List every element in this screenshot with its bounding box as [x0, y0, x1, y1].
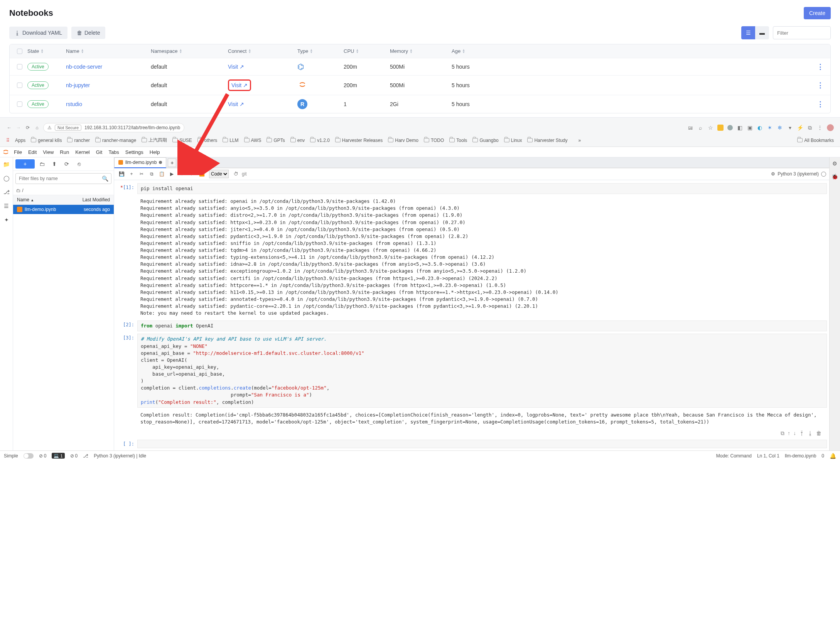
bookmark-folder[interactable]: Linux [504, 138, 522, 143]
apps-bookmark[interactable]: Apps [15, 138, 25, 143]
code-cell[interactable]: # Modify OpenAI's API key and API base t… [137, 334, 827, 407]
restart-button[interactable]: ⟳ [187, 170, 196, 178]
all-bookmarks[interactable]: All Bookmarks [797, 138, 834, 143]
stop-button[interactable]: ■ [177, 170, 186, 178]
delete-button[interactable]: 🗑 Delete [71, 27, 105, 39]
cell-type-select[interactable]: Code [209, 170, 229, 178]
errors-status[interactable]: ⊘0 [70, 453, 78, 459]
fb-col-modified[interactable]: Last Modified [83, 197, 110, 202]
bookmark-folder[interactable]: rancher-manage [95, 138, 136, 143]
simple-mode-toggle[interactable] [24, 453, 34, 459]
col-name[interactable]: Name▲▼ [66, 48, 151, 54]
menu-view[interactable]: View [40, 148, 57, 157]
ext-icon-10[interactable]: ⧉ [807, 125, 813, 131]
refresh-button[interactable]: ⟳ [62, 159, 72, 169]
cut-button[interactable]: ✂ [137, 170, 146, 178]
ext-icon-8[interactable]: ▾ [787, 125, 793, 131]
ext-icon-9[interactable]: ⚡ [797, 125, 803, 131]
star-icon[interactable]: ☆ [707, 125, 713, 131]
home-button[interactable]: ⌂ [34, 125, 40, 131]
ext-icon-6[interactable]: ✶ [767, 125, 773, 131]
notebook-name-link[interactable]: rstudio [66, 101, 82, 107]
run-button[interactable]: ▶ [167, 170, 176, 178]
notification-count[interactable]: 0 [821, 453, 824, 459]
code-cell-active[interactable] [137, 440, 827, 448]
back-button[interactable]: ← [6, 125, 12, 131]
bookmark-folder[interactable]: SUSE [172, 138, 192, 143]
menu-help[interactable]: Help [147, 148, 163, 157]
bookmark-folder[interactable]: 上汽四期 [142, 137, 167, 143]
extensions-menu[interactable]: ⋮ [817, 125, 823, 131]
col-type[interactable]: Type▲▼ [297, 48, 344, 54]
row-checkbox[interactable] [17, 83, 22, 88]
new-launcher-button[interactable]: + [15, 159, 35, 169]
move-down-icon[interactable]: ↓ [793, 430, 796, 437]
property-inspector[interactable]: ⚙ [831, 160, 839, 167]
new-tab-button[interactable]: + [168, 159, 176, 167]
breadcrumb-root[interactable]: / [22, 188, 23, 193]
delete-cell-icon[interactable]: 🗑 [816, 430, 821, 437]
col-cpu[interactable]: CPU▲▼ [344, 48, 390, 54]
row-actions-menu[interactable]: ⋮ [813, 62, 828, 71]
card-view-button[interactable]: ▬ [755, 26, 769, 39]
copy-button[interactable]: ⧉ [147, 170, 156, 178]
notebook-name-link[interactable]: nb-code-server [66, 64, 102, 70]
jupyter-logo[interactable] [2, 148, 10, 156]
col-connect[interactable]: Connect▲▼ [228, 48, 297, 54]
row-checkbox[interactable] [17, 101, 22, 107]
restart-run-all-button[interactable]: ⏩ [197, 170, 206, 178]
bookmarks-overflow[interactable]: » [579, 138, 581, 143]
running-tab[interactable]: ◯ [3, 174, 10, 182]
upload-button[interactable]: ⬆ [49, 159, 59, 169]
select-all-checkbox[interactable] [17, 49, 22, 54]
bookmark-folder[interactable]: Harvester Releases [335, 138, 383, 143]
kernel-name[interactable]: Python 3 (ipykernel) [778, 171, 819, 177]
bookmark-folder[interactable]: Harvester Study [527, 138, 567, 143]
menu-run[interactable]: Run [57, 148, 72, 157]
bookmark-folder[interactable]: GPTs [267, 138, 285, 143]
code-cell[interactable]: pip install openai [137, 183, 827, 194]
ext-icon-1[interactable] [717, 125, 724, 131]
bookmark-folder[interactable]: Tools [449, 138, 467, 143]
insert-cell-button[interactable]: + [127, 170, 136, 178]
new-folder-button[interactable]: 🗀 [37, 159, 47, 169]
file-row[interactable]: llm-demo.ipynb seconds ago [13, 205, 114, 214]
visit-link[interactable]: Visit ↗ [228, 101, 244, 107]
bookmark-folder[interactable]: TODO [424, 138, 444, 143]
git-tab[interactable]: ⎇ [3, 188, 10, 196]
toc-tab[interactable]: ☰ [3, 202, 10, 210]
menu-file[interactable]: File [11, 148, 25, 157]
create-button[interactable]: Create [804, 7, 831, 19]
forward-button[interactable]: → [15, 125, 22, 131]
code-cell[interactable]: from openai import OpenAI [137, 321, 827, 331]
ext-icon-7[interactable]: ❄ [777, 125, 783, 131]
row-actions-menu[interactable]: ⋮ [813, 81, 828, 89]
lsp-status[interactable]: ⊘0 [39, 453, 47, 459]
visit-link[interactable]: Visit ↗ [228, 64, 244, 70]
bookmark-folder[interactable]: env [290, 138, 305, 143]
ext-icon-2[interactable] [727, 125, 733, 130]
bell-icon[interactable]: 🔔 [830, 453, 836, 459]
menu-tabs[interactable]: Tabs [105, 148, 122, 157]
file-filter-input[interactable] [15, 173, 111, 184]
fb-col-name[interactable]: Name ▲ [17, 197, 34, 202]
filter-input[interactable] [773, 26, 831, 39]
bookmark-folder[interactable]: Guangbo [472, 138, 498, 143]
bookmark-folder[interactable]: LLM [223, 138, 238, 143]
ext-icon-3[interactable]: ◧ [737, 125, 743, 131]
download-yaml-button[interactable]: ⭳ Download YAML [9, 27, 67, 39]
files-tab[interactable]: 📁 [3, 160, 10, 168]
debugger-tab[interactable]: 🐞 [831, 173, 839, 181]
kernel-settings-icon[interactable]: ⚙ [771, 171, 775, 177]
url-bar[interactable]: ⚠ Not Secure 192.168.31.100:31172/lab/tr… [43, 123, 184, 132]
notebook-name-link[interactable]: nb-jupyter [66, 82, 90, 88]
menu-edit[interactable]: Edit [25, 148, 40, 157]
ext-icon-5[interactable]: ◐ [757, 125, 763, 131]
menu-kernel[interactable]: Kernel [72, 148, 93, 157]
reload-button[interactable]: ⟳ [25, 125, 31, 131]
bookmark-folder[interactable]: Harv Demo [388, 138, 418, 143]
insert-above-icon[interactable]: ⭱ [799, 430, 805, 437]
extensions-tab[interactable]: ✦ [3, 216, 10, 224]
save-button[interactable]: 💾 [117, 170, 126, 178]
profile-avatar[interactable] [827, 124, 834, 131]
